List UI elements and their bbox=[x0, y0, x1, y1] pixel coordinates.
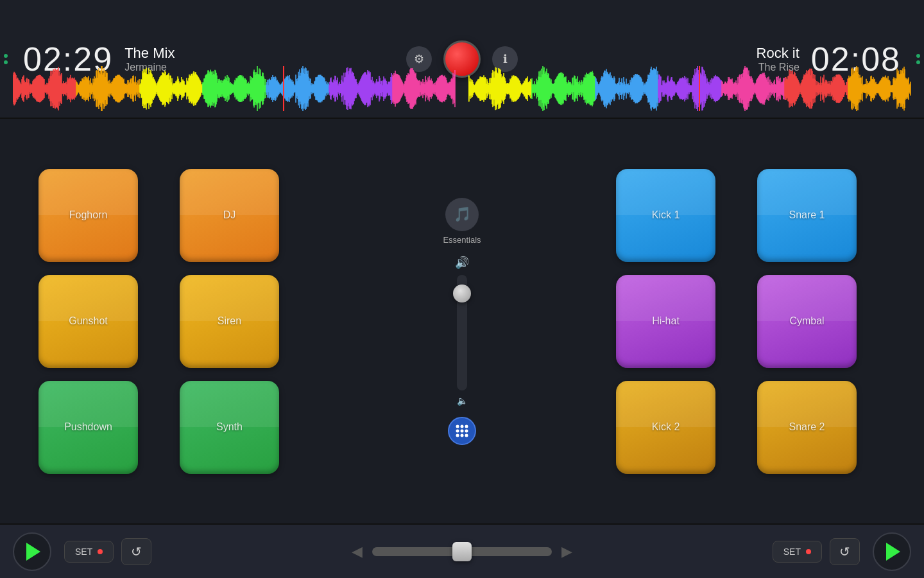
svg-point-1 bbox=[461, 425, 464, 428]
pad-hihat[interactable]: Hi-hat bbox=[616, 275, 715, 368]
right-play-icon bbox=[886, 543, 900, 561]
volume-thumb[interactable] bbox=[453, 285, 471, 302]
essentials-button[interactable]: 🎵 Essentials bbox=[443, 198, 481, 245]
right-bottom-controls: SET ↺ bbox=[773, 538, 860, 565]
vol-dot bbox=[916, 60, 920, 64]
volume-low-icon: 🔈 bbox=[457, 396, 468, 406]
pad-dj[interactable]: DJ bbox=[180, 169, 279, 262]
left-play-icon bbox=[26, 543, 40, 561]
pad-pushdown[interactable]: Pushdown bbox=[38, 381, 138, 474]
center-section: 🎵 Essentials 🔊 🔈 bbox=[308, 198, 616, 445]
crossfader-left-arrow[interactable]: ◀ bbox=[352, 543, 363, 560]
svg-point-8 bbox=[465, 434, 468, 437]
pad-kick2[interactable]: Kick 2 bbox=[616, 381, 715, 474]
svg-point-4 bbox=[461, 429, 464, 432]
pad-cymbal[interactable]: Cymbal bbox=[757, 275, 857, 368]
pad-snare1[interactable]: Snare 1 bbox=[757, 169, 857, 262]
pad-synth[interactable]: Synth bbox=[180, 381, 279, 474]
right-pad-grid: Kick 1 Snare 1 Hi-hat Cymbal Kick 2 Snar… bbox=[616, 169, 886, 474]
right-waveform-canvas bbox=[468, 66, 911, 111]
right-set-button[interactable]: SET bbox=[773, 541, 822, 563]
left-loop-button[interactable]: ↺ bbox=[121, 538, 151, 565]
left-pad-grid: Foghorn DJ Gunshot Siren Pushdown Synth bbox=[38, 169, 308, 474]
set-dot bbox=[806, 549, 811, 554]
volume-track[interactable] bbox=[457, 275, 467, 390]
waveform-section bbox=[0, 66, 924, 111]
left-track-title: The Mix bbox=[124, 45, 175, 62]
svg-point-0 bbox=[456, 425, 459, 428]
vol-dot bbox=[4, 54, 8, 58]
right-track-title: Rock it bbox=[757, 45, 800, 62]
pad-siren[interactable]: Siren bbox=[180, 275, 279, 368]
crossfader-thumb[interactable] bbox=[452, 542, 472, 561]
svg-point-3 bbox=[456, 429, 459, 432]
right-loop-button[interactable]: ↺ bbox=[830, 538, 860, 565]
svg-point-6 bbox=[456, 434, 459, 437]
pad-snare2[interactable]: Snare 2 bbox=[757, 381, 857, 474]
top-bar: 02:29 The Mix Jermaine ⚙ ℹ Rock it The R… bbox=[0, 0, 924, 119]
left-set-button[interactable]: SET bbox=[64, 541, 114, 563]
crossfader-right-arrow[interactable]: ▶ bbox=[561, 543, 572, 560]
crossfader-track[interactable] bbox=[372, 547, 552, 556]
vol-dot bbox=[916, 54, 920, 58]
essentials-icon: 🎵 bbox=[445, 198, 479, 231]
svg-point-2 bbox=[465, 425, 468, 428]
volume-high-icon: 🔊 bbox=[455, 256, 469, 270]
crossfader-section: ◀ ▶ bbox=[151, 543, 773, 560]
right-play-button[interactable] bbox=[873, 532, 911, 571]
right-waveform[interactable] bbox=[468, 66, 911, 111]
set-dot bbox=[98, 549, 103, 554]
pad-kick1[interactable]: Kick 1 bbox=[616, 169, 715, 262]
left-playhead bbox=[283, 66, 284, 111]
left-waveform[interactable] bbox=[13, 66, 456, 111]
svg-point-5 bbox=[465, 429, 468, 432]
volume-slider: 🔊 🔈 bbox=[455, 256, 469, 406]
pad-gunshot[interactable]: Gunshot bbox=[38, 275, 138, 368]
pad-foghorn[interactable]: Foghorn bbox=[38, 169, 138, 262]
grid-button[interactable] bbox=[448, 417, 476, 445]
left-waveform-canvas bbox=[13, 66, 456, 111]
main-content: Foghorn DJ Gunshot Siren Pushdown Synth … bbox=[0, 119, 924, 523]
bottom-bar: SET ↺ ◀ ▶ SET ↺ bbox=[0, 523, 924, 578]
left-play-button[interactable] bbox=[13, 532, 51, 571]
svg-point-7 bbox=[461, 434, 464, 437]
right-playhead bbox=[699, 66, 700, 111]
vol-dot bbox=[4, 60, 8, 64]
essentials-label: Essentials bbox=[443, 235, 481, 245]
left-bottom-controls: SET ↺ bbox=[64, 538, 151, 565]
